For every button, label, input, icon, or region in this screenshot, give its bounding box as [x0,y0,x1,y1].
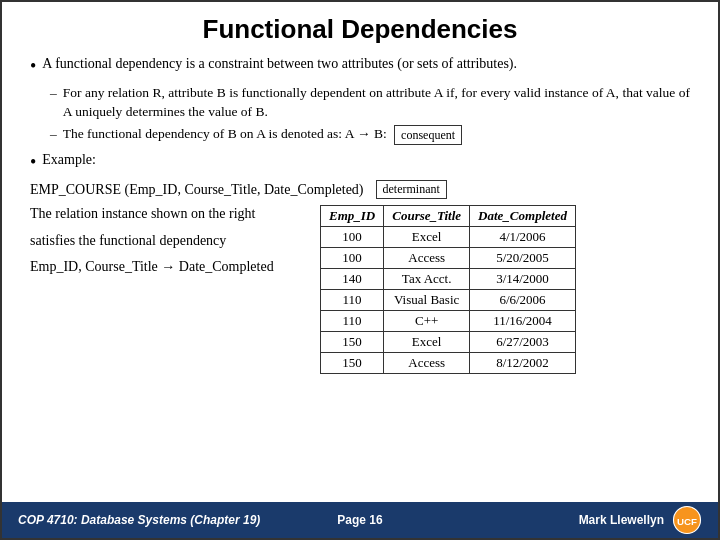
sub-bullet-dash-1: – [50,84,57,102]
sub-bullet1-text: For any relation R, attribute B is funct… [63,84,690,120]
table-row: 150Excel6/27/2003 [321,332,576,353]
bullet-dot-1: • [30,55,36,78]
table-row: 100Excel4/1/2006 [321,227,576,248]
slide-title: Functional Dependencies [30,14,690,45]
left-text: The relation instance shown on the right… [30,203,320,282]
table-cell-0-0: 100 [321,227,384,248]
table-row: 100Access5/20/2005 [321,248,576,269]
table-cell-4-1: C++ [384,311,470,332]
relation-text2: satisfies the functional dependency [30,230,320,252]
table-row: 150Access8/12/2002 [321,353,576,374]
footer-center: Page 16 [280,513,440,527]
emp-course-text: EMP_COURSE (Emp_ID, Course_Title, Date_C… [30,182,364,198]
ucf-logo: UCF [672,505,702,535]
table-cell-5-2: 6/27/2003 [470,332,576,353]
col-header-course: Course_Title [384,206,470,227]
sub-bullet-1: – For any relation R, attribute B is fun… [50,84,690,120]
table-row: 140Tax Acct.3/14/2000 [321,269,576,290]
consequent-box: consequent [394,125,462,145]
table-cell-5-1: Excel [384,332,470,353]
table-cell-2-1: Tax Acct. [384,269,470,290]
bullet2-text: Example: [42,151,96,170]
table-cell-0-1: Excel [384,227,470,248]
table-row: 110C++11/16/2004 [321,311,576,332]
bullet-dot-2: • [30,151,36,174]
sub-bullet2-text: The functional dependency of B on A is d… [63,125,462,145]
table-cell-6-0: 150 [321,353,384,374]
table-cell-0-2: 4/1/2006 [470,227,576,248]
table-cell-1-0: 100 [321,248,384,269]
right-table: Emp_ID Course_Title Date_Completed 100Ex… [320,203,690,374]
table-header-row: Emp_ID Course_Title Date_Completed [321,206,576,227]
relation-text3: Emp_ID, Course_Title → Date_Completed [30,256,320,278]
slide-footer: COP 4710: Database Systems (Chapter 19) … [2,502,718,538]
table-cell-5-0: 150 [321,332,384,353]
determinant-box: determinant [376,180,447,199]
relation-text1: The relation instance shown on the right [30,203,320,225]
table-cell-4-2: 11/16/2004 [470,311,576,332]
table-cell-3-1: Visual Basic [384,290,470,311]
col-header-date: Date_Completed [470,206,576,227]
svg-text:UCF: UCF [677,516,697,527]
two-col: The relation instance shown on the right… [30,203,690,374]
table-cell-6-1: Access [384,353,470,374]
bullet1-text: A functional dependency is a constraint … [42,55,517,74]
table-cell-6-2: 8/12/2002 [470,353,576,374]
relation-table: Emp_ID Course_Title Date_Completed 100Ex… [320,205,576,374]
table-cell-3-0: 110 [321,290,384,311]
table-cell-4-0: 110 [321,311,384,332]
sub-bullets: – For any relation R, attribute B is fun… [30,84,690,145]
table-cell-2-0: 140 [321,269,384,290]
bullet2: • Example: [30,151,690,174]
footer-left: COP 4710: Database Systems (Chapter 19) [18,513,280,527]
bullet1: • A functional dependency is a constrain… [30,55,690,78]
footer-right-text: Mark Llewellyn [579,513,664,527]
footer-right: Mark Llewellyn UCF [440,505,702,535]
table-cell-1-2: 5/20/2005 [470,248,576,269]
table-cell-1-1: Access [384,248,470,269]
sub-bullet-dash-2: – [50,125,57,143]
slide-content: Functional Dependencies • A functional d… [2,2,718,502]
col-header-empid: Emp_ID [321,206,384,227]
table-cell-3-2: 6/6/2006 [470,290,576,311]
slide: Functional Dependencies • A functional d… [0,0,720,540]
table-cell-2-2: 3/14/2000 [470,269,576,290]
sub-bullet-2: – The functional dependency of B on A is… [50,125,690,145]
table-row: 110Visual Basic6/6/2006 [321,290,576,311]
determinant-area: EMP_COURSE (Emp_ID, Course_Title, Date_C… [30,180,690,199]
